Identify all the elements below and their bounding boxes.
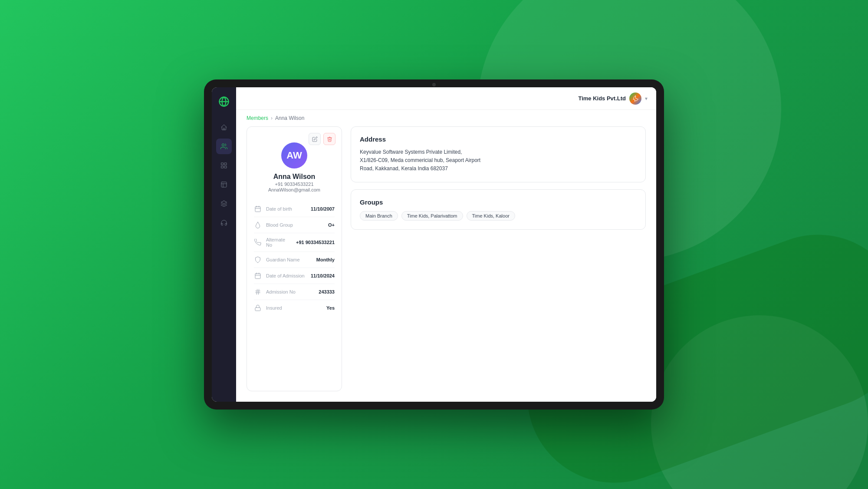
profile-name: Anna Wilson bbox=[254, 173, 335, 181]
sidebar-item-layers[interactable] bbox=[216, 196, 232, 211]
profile-actions bbox=[309, 133, 335, 145]
info-row-admission-no: Admission No 243333 bbox=[254, 284, 335, 300]
address-card: Address Keyvalue Software Systems Privat… bbox=[351, 126, 646, 182]
info-row-admission-date: Date of Admission 11/10/2024 bbox=[254, 268, 335, 284]
org-logo bbox=[629, 93, 641, 105]
lock-icon bbox=[254, 304, 262, 312]
sidebar bbox=[212, 87, 236, 402]
breadcrumb-parent[interactable]: Members bbox=[247, 115, 268, 121]
groups-container: Main Branch Time Kids, Palarivattom Time… bbox=[360, 211, 637, 221]
group-tag-palarivattom: Time Kids, Palarivattom bbox=[401, 211, 463, 221]
insured-label: Insured bbox=[266, 305, 322, 311]
info-row-guardian: Guardian Name Monthly bbox=[254, 252, 335, 268]
profile-card: AW Anna Wilson +91 90334533221 AnnaWilso… bbox=[247, 126, 342, 391]
groups-card: Groups Main Branch Time Kids, Palarivatt… bbox=[351, 189, 646, 230]
svg-rect-2 bbox=[221, 163, 224, 165]
admission-date-value: 11/10/2024 bbox=[311, 273, 335, 278]
info-row-alt-phone: Alternate No +91 90334533221 bbox=[254, 233, 335, 252]
dob-value: 11/10/2007 bbox=[311, 206, 335, 211]
breadcrumb-current: Anna Wilson bbox=[275, 115, 304, 121]
admission-no-label: Admission No bbox=[266, 289, 314, 294]
laptop-screen: Time Kids Pvt.Ltd ▾ Members › Anna Wilso… bbox=[212, 87, 656, 402]
edit-button[interactable] bbox=[309, 133, 321, 145]
svg-line-12 bbox=[256, 289, 257, 294]
svg-rect-9 bbox=[255, 274, 260, 279]
alt-phone-value: +91 90334533221 bbox=[296, 240, 335, 245]
info-row-dob: Date of birth 11/10/2007 bbox=[254, 201, 335, 217]
sidebar-item-support[interactable] bbox=[216, 215, 232, 231]
sidebar-item-home[interactable] bbox=[216, 119, 232, 135]
hash-icon bbox=[254, 288, 262, 296]
sidebar-item-grid[interactable] bbox=[216, 158, 232, 173]
sidebar-logo bbox=[217, 94, 231, 109]
profile-email: AnnaWilson@gmail.com bbox=[254, 187, 335, 192]
main-content: Time Kids Pvt.Ltd ▾ Members › Anna Wilso… bbox=[236, 87, 656, 402]
laptop-frame: Time Kids Pvt.Ltd ▾ Members › Anna Wilso… bbox=[204, 79, 664, 410]
admission-date-label: Date of Admission bbox=[266, 273, 306, 278]
calendar2-icon bbox=[254, 272, 262, 280]
svg-line-13 bbox=[258, 289, 259, 294]
content-area: AW Anna Wilson +91 90334533221 AnnaWilso… bbox=[236, 126, 656, 402]
camera-dot bbox=[432, 83, 436, 86]
sidebar-item-chart[interactable] bbox=[216, 177, 232, 192]
svg-rect-6 bbox=[221, 182, 227, 187]
delete-button[interactable] bbox=[323, 133, 335, 145]
svg-rect-14 bbox=[255, 307, 260, 311]
right-panel: Address Keyvalue Software Systems Privat… bbox=[351, 126, 646, 391]
svg-rect-8 bbox=[255, 207, 260, 212]
sidebar-item-members[interactable] bbox=[216, 139, 232, 154]
info-row-insured: Insured Yes bbox=[254, 300, 335, 316]
guardian-value: Monthly bbox=[316, 257, 335, 262]
blood-label: Blood Group bbox=[266, 222, 324, 228]
svg-point-1 bbox=[222, 144, 224, 146]
blood-icon bbox=[254, 221, 262, 229]
groups-title: Groups bbox=[360, 198, 637, 206]
address-line1: Keyvalue Software Systems Private Limite… bbox=[360, 149, 462, 155]
insured-value: Yes bbox=[326, 305, 335, 311]
breadcrumb: Members › Anna Wilson bbox=[236, 110, 656, 126]
profile-phone: +91 90334533221 bbox=[254, 182, 335, 187]
breadcrumb-separator: › bbox=[271, 115, 273, 121]
address-text: Keyvalue Software Systems Private Limite… bbox=[360, 148, 637, 173]
profile-name-section: AW Anna Wilson +91 90334533221 AnnaWilso… bbox=[254, 142, 335, 192]
group-tag-kaloor: Time Kids, Kaloor bbox=[467, 211, 515, 221]
guardian-label: Guardian Name bbox=[266, 257, 312, 262]
blood-value: O+ bbox=[328, 222, 335, 228]
address-title: Address bbox=[360, 135, 637, 143]
org-info[interactable]: Time Kids Pvt.Ltd ▾ bbox=[578, 93, 648, 105]
svg-rect-5 bbox=[224, 166, 227, 168]
org-name: Time Kids Pvt.Ltd bbox=[578, 95, 626, 102]
svg-rect-3 bbox=[224, 163, 227, 165]
address-line2: X1/826-C09, Meda commericial hub, Seapor… bbox=[360, 157, 480, 163]
address-line3: Road, Kakkanad, Kerala India 682037 bbox=[360, 165, 448, 172]
avatar: AW bbox=[281, 142, 307, 169]
calendar-icon bbox=[254, 205, 262, 213]
info-row-blood: Blood Group O+ bbox=[254, 217, 335, 233]
phone-icon bbox=[254, 238, 262, 246]
chevron-down-icon: ▾ bbox=[645, 96, 648, 102]
svg-marker-7 bbox=[221, 201, 227, 204]
shield-icon bbox=[254, 256, 262, 264]
alt-phone-label: Alternate No bbox=[266, 237, 292, 248]
group-tag-main-branch: Main Branch bbox=[360, 211, 398, 221]
top-bar: Time Kids Pvt.Ltd ▾ bbox=[236, 87, 656, 110]
dob-label: Date of birth bbox=[266, 206, 306, 211]
admission-no-value: 243333 bbox=[319, 289, 335, 294]
svg-rect-4 bbox=[221, 166, 224, 168]
